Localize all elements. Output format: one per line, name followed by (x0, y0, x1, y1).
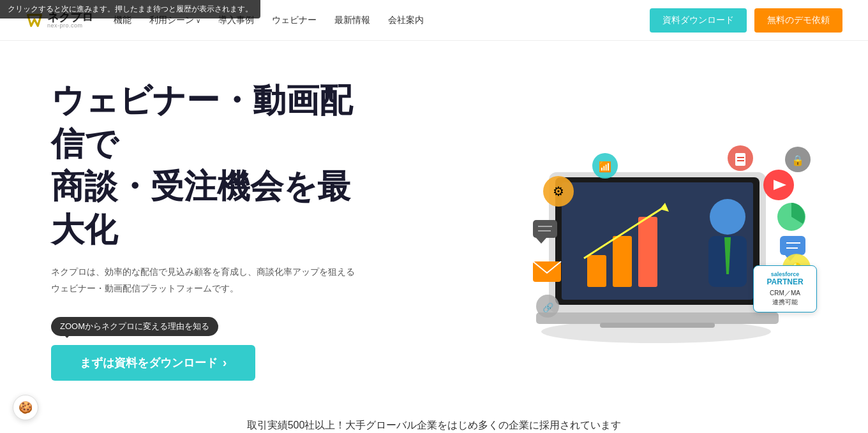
svg-point-9 (710, 199, 745, 235)
social-proof-text: 取引実績500社以上！大手グローバル企業をはじめ多くの企業に採用されています (0, 419, 868, 432)
nav-item-company[interactable]: 会社案内 (388, 14, 424, 26)
svg-text:⚙: ⚙ (553, 184, 564, 198)
arrow-icon: › (223, 355, 227, 370)
sf-partner-label: PARTNER (759, 277, 811, 286)
cookie-icon: 🍪 (19, 400, 33, 415)
hero-section: ウェビナー・動画配信で 商談・受注機会を最大化 ネクプロは、効率的な配信で見込み… (0, 41, 868, 406)
nav-right: 資料ダウンロード 無料のデモ依頼 (650, 8, 842, 33)
salesforce-badge: salesforce PARTNER CRM／MA連携可能 (753, 265, 817, 312)
social-proof-section: 取引実績500社以上！大手グローバル企業をはじめ多くの企業に採用されています B… (0, 406, 868, 433)
cookie-consent-button[interactable]: 🍪 (13, 395, 38, 420)
svg-rect-7 (638, 217, 657, 287)
svg-text:🔗: 🔗 (542, 302, 554, 313)
hero-cta-button[interactable]: まずは資料をダウンロード › (51, 345, 255, 381)
sf-crm-label: CRM／MA連携可能 (759, 289, 811, 307)
hero-title: ウェビナー・動画配信で 商談・受注機会を最大化 (51, 79, 383, 251)
hero-illustration: ⚙ 📶 🔒 🔗 💡 (498, 108, 817, 351)
sf-logo-text: salesforce (759, 271, 811, 277)
hero-desc: ネクプロは、効率的な配信で見込み顧客を育成し、商談化率アップを狙える ウェビナー… (51, 264, 383, 296)
logo-url: nex-pro.com (47, 23, 93, 29)
nav-item-webinar[interactable]: ウェビナー (272, 14, 317, 26)
svg-rect-6 (613, 236, 632, 287)
svg-rect-36 (533, 220, 557, 238)
hero-left: ウェビナー・動画配信で 商談・受注機会を最大化 ネクプロは、効率的な配信で見込み… (51, 79, 383, 381)
nav-item-news[interactable]: 最新情報 (334, 14, 370, 26)
svg-rect-5 (587, 255, 606, 287)
hero-zoom-tooltip[interactable]: ZOOMからネクプロに変える理由を知る (51, 317, 218, 336)
hero-svg: ⚙ 📶 🔒 🔗 💡 (498, 108, 817, 351)
svg-text:🔒: 🔒 (791, 154, 804, 166)
svg-rect-13 (600, 323, 715, 328)
svg-rect-33 (735, 153, 745, 166)
nav-demo-button[interactable]: 無料のデモ依頼 (754, 8, 842, 33)
svg-rect-12 (536, 312, 779, 324)
svg-text:📶: 📶 (599, 161, 611, 173)
svg-rect-22 (780, 236, 805, 255)
svg-marker-37 (536, 238, 546, 244)
nav-download-button[interactable]: 資料ダウンロード (650, 8, 747, 33)
navigation-tooltip: クリックすると次に進みます。押したまま待つと履歴が表示されます。 (0, 0, 260, 18)
